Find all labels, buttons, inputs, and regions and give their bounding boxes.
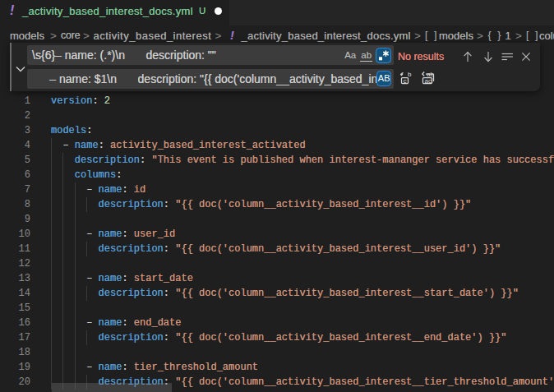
svg-text:c: c xyxy=(404,77,407,85)
svg-text:ac: ac xyxy=(425,77,432,85)
svg-text:b: b xyxy=(408,71,412,78)
